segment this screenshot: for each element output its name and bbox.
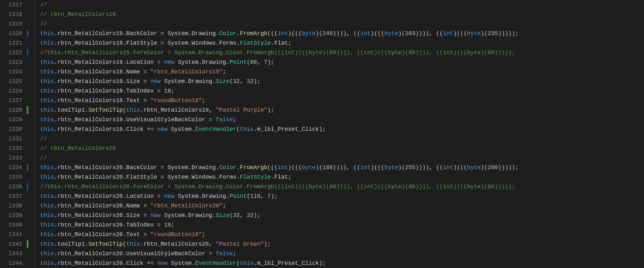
token-keyword: this	[40, 69, 54, 75]
token-punct: .	[236, 40, 240, 46]
code-line[interactable]: this.rbtn_RetailColors20.TabIndex = 19;	[40, 220, 644, 230]
code-line[interactable]: this.toolTip1.SetToolTip(this.rbtn_Retai…	[40, 239, 644, 249]
token-field: rbtn_RetailColors19	[57, 78, 123, 85]
code-line[interactable]: this.rbtn_RetailColors19.Click += new Sy…	[40, 124, 644, 134]
code-line[interactable]: this.toolTip1.SetToolTip(this.rbtn_Retai…	[40, 105, 644, 115]
code-line[interactable]: this.rbtn_RetailColors20.Name = "rbtn_Re…	[40, 201, 644, 211]
code-line[interactable]: //this.rbtn_RetailColors20.ForeColor = S…	[40, 182, 644, 191]
line-number: 1317	[0, 0, 22, 10]
token-punct: )))));	[498, 30, 519, 37]
token-punct: +=	[143, 260, 157, 266]
change-marker-none	[26, 230, 31, 239]
token-punct: .	[54, 260, 57, 266]
token-number: 200	[488, 164, 498, 171]
code-content[interactable]: // // rbtn_RetailColors19// this.rbtn_Re…	[35, 0, 644, 268]
token-punct: ,	[260, 193, 267, 199]
line-number: 1320	[0, 29, 22, 38]
line-number: 1328	[0, 105, 22, 115]
line-number: 1332	[0, 144, 22, 153]
token-keyword: byte	[467, 164, 481, 171]
token-punct: .	[185, 78, 188, 85]
change-markers-gutter	[26, 0, 31, 268]
code-line[interactable]: //	[40, 0, 644, 10]
token-field: rbtn_RetailColors20	[57, 203, 123, 209]
token-keyword: this	[40, 97, 54, 104]
token-punct: )(	[398, 164, 405, 171]
token-punct: =	[140, 69, 150, 75]
token-punct: .	[123, 250, 126, 257]
token-number: 32	[247, 78, 254, 85]
token-keyword: false	[216, 250, 233, 257]
token-punct: .	[185, 212, 188, 219]
code-line[interactable]: this.rbtn_RetailColors19.Size = new Syst…	[40, 77, 644, 86]
code-line[interactable]: // rbtn_RetailColors19	[40, 10, 644, 19]
code-line[interactable]: //	[40, 134, 644, 144]
code-line[interactable]: this.rbtn_RetailColors20.Click += new Sy…	[40, 258, 644, 268]
token-field: System	[178, 59, 199, 65]
token-punct: ,	[209, 241, 216, 247]
token-class: Point	[229, 193, 247, 199]
code-line[interactable]: this.rbtn_RetailColors19.Name = "rbtn_Re…	[40, 67, 644, 77]
code-line[interactable]: this.rbtn_RetailColors20.UseVisualStyleB…	[40, 249, 644, 258]
code-line[interactable]: this.rbtn_RetailColors19.FlatStyle = Sys…	[40, 38, 644, 48]
line-number: 1327	[0, 96, 22, 105]
code-line[interactable]: this.rbtn_RetailColors20.Location = new …	[40, 191, 644, 201]
token-punct: =	[154, 222, 164, 228]
line-number: 1324	[0, 67, 22, 77]
code-line[interactable]: // rbtn_RetailColors20	[40, 144, 644, 153]
code-line[interactable]: this.rbtn_RetailColors20.FlatStyle = Sys…	[40, 172, 644, 182]
code-line[interactable]: this.rbtn_RetailColors20.Text = "roundBu…	[40, 230, 644, 239]
token-keyword: this	[240, 260, 254, 266]
token-punct: .	[123, 59, 126, 65]
token-punct: (	[236, 126, 240, 132]
token-comment: //	[40, 2, 50, 8]
change-marker-green	[26, 105, 31, 115]
token-punct: =	[206, 250, 216, 257]
code-line[interactable]: //	[40, 153, 644, 163]
token-punct: .	[123, 116, 126, 123]
token-punct: .	[54, 30, 57, 37]
token-field: rbtn_RetailColors20	[143, 241, 209, 247]
code-line[interactable]: this.rbtn_RetailColors20.BackColor = Sys…	[40, 163, 644, 172]
token-number: 7	[264, 59, 267, 65]
token-punct: )))), ((	[416, 30, 443, 37]
line-number: 1336	[0, 182, 22, 191]
code-line[interactable]: this.rbtn_RetailColors19.BackColor = Sys…	[40, 29, 644, 38]
code-line[interactable]: this.rbtn_RetailColors20.Size = new Syst…	[40, 211, 644, 220]
token-punct: .	[54, 88, 57, 94]
token-punct: );	[319, 260, 326, 266]
token-punct: .	[216, 40, 219, 46]
token-punct: )(((	[288, 30, 302, 37]
token-number: 118	[250, 193, 260, 199]
token-punct: .	[123, 78, 126, 85]
token-field: rbtn_RetailColors19	[57, 88, 123, 94]
line-number: 1323	[0, 57, 22, 67]
code-line[interactable]: //	[40, 19, 644, 29]
token-punct: .	[123, 30, 126, 37]
code-line[interactable]: this.rbtn_RetailColors19.Text = "roundBu…	[40, 96, 644, 105]
token-punct: .	[236, 174, 240, 180]
token-punct: )))), ((	[333, 30, 360, 37]
token-keyword: this	[40, 116, 54, 123]
token-field: UseVisualStyleBackColor	[126, 116, 205, 123]
token-punct: .	[54, 40, 57, 46]
line-number: 1340	[0, 220, 22, 230]
change-marker-none	[26, 124, 31, 134]
token-keyword: this	[126, 107, 140, 113]
code-line[interactable]: this.rbtn_RetailColors19.UseVisualStyleB…	[40, 115, 644, 124]
line-number: 1326	[0, 86, 22, 96]
token-keyword: this	[40, 222, 54, 228]
token-field: BackColor	[126, 30, 157, 37]
code-line[interactable]: //this.rbtn_RetailColors19.ForeColor = S…	[40, 48, 644, 57]
token-string: "roundButton16"	[150, 97, 202, 104]
token-punct: )(((	[371, 164, 384, 171]
fold-gutter	[31, 0, 35, 268]
code-line[interactable]: this.rbtn_RetailColors19.TabIndex = 18;	[40, 86, 644, 96]
token-punct: .	[54, 69, 57, 75]
token-punct: .	[54, 231, 57, 238]
code-editor[interactable]: 1317131813191320132113221323132413251326…	[0, 0, 644, 268]
token-punct: );	[254, 78, 261, 85]
change-marker-none	[26, 115, 31, 124]
code-line[interactable]: this.rbtn_RetailColors19.Location = new …	[40, 57, 644, 67]
token-keyword: this	[240, 126, 254, 132]
